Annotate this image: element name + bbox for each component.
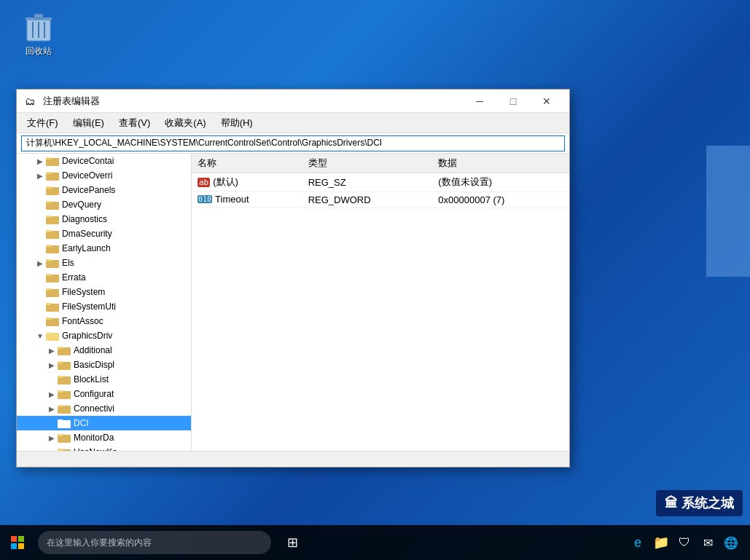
svg-rect-20 bbox=[46, 245, 51, 247]
tree-label: FileSystemUti bbox=[62, 301, 116, 312]
svg-rect-14 bbox=[46, 201, 51, 203]
tree-item-blocklist[interactable]: BlockList bbox=[17, 372, 191, 387]
task-view-button[interactable]: ⊞ bbox=[277, 527, 308, 558]
minimize-button[interactable]: ─ bbox=[463, 90, 496, 113]
svg-rect-16 bbox=[46, 216, 51, 218]
menu-help[interactable]: 帮助(H) bbox=[214, 114, 260, 133]
expand-icon[interactable] bbox=[34, 286, 46, 298]
expand-icon[interactable] bbox=[34, 257, 46, 269]
tree-label: DeviceOverri bbox=[62, 170, 112, 181]
search-placeholder: 在这里输入你要搜索的内容 bbox=[47, 537, 152, 549]
tree-item-els[interactable]: Els bbox=[17, 256, 191, 270]
expand-icon[interactable] bbox=[34, 184, 46, 196]
recycle-bin-icon[interactable]: 回收站 bbox=[13, 13, 64, 58]
svg-rect-51 bbox=[11, 543, 17, 549]
tree-item-dci[interactable]: DCI bbox=[17, 416, 191, 430]
tree-item-dmasecurity[interactable]: DmaSecurity bbox=[17, 226, 191, 241]
registry-tree[interactable]: DeviceContai DeviceOverri DevicePanels D… bbox=[17, 154, 192, 451]
reg-type-icon-bin: 010 bbox=[198, 195, 212, 203]
expand-icon[interactable] bbox=[34, 330, 46, 342]
window-icon: 🗂 bbox=[23, 94, 37, 109]
tree-item-configurat[interactable]: Configurat bbox=[17, 387, 191, 401]
address-bar bbox=[17, 133, 569, 154]
tree-label: EarlyLaunch bbox=[62, 243, 111, 253]
table-row[interactable]: ab (默认) REG_SZ (数值未设置) bbox=[192, 173, 569, 192]
svg-rect-2 bbox=[34, 14, 43, 18]
watermark-text: 🏛 系统之城 bbox=[665, 496, 734, 510]
expand-icon[interactable] bbox=[34, 228, 46, 240]
row-name-timeout[interactable]: 010 Timeout bbox=[192, 192, 302, 208]
row-data-default: (数值未设置) bbox=[432, 173, 569, 192]
svg-rect-32 bbox=[46, 332, 51, 334]
side-decoration bbox=[706, 146, 750, 277]
tree-label: GraphicsDriv bbox=[62, 331, 112, 341]
tree-item-diagnostics[interactable]: Diagnostics bbox=[17, 212, 191, 226]
tree-item-basicdispl[interactable]: BasicDispl bbox=[17, 358, 191, 372]
menu-view[interactable]: 查看(V) bbox=[112, 114, 157, 133]
tree-item-connectivi[interactable]: Connectivi bbox=[17, 401, 191, 416]
expand-icon[interactable] bbox=[34, 170, 46, 181]
svg-rect-42 bbox=[58, 405, 63, 407]
expand-icon[interactable] bbox=[34, 242, 46, 254]
expand-icon[interactable] bbox=[34, 213, 46, 225]
network-icon[interactable]: 🌐 bbox=[724, 535, 738, 550]
expand-icon[interactable] bbox=[34, 155, 46, 167]
tree-item-errata[interactable]: Errata bbox=[17, 270, 191, 285]
svg-rect-34 bbox=[58, 347, 63, 349]
menu-favorites[interactable]: 收藏夹(A) bbox=[157, 114, 213, 133]
menu-file[interactable]: 文件(F) bbox=[20, 114, 66, 133]
tree-item-devquery[interactable]: DevQuery bbox=[17, 197, 191, 212]
start-button[interactable] bbox=[0, 525, 35, 560]
taskbar-search[interactable]: 在这里输入你要搜索的内容 bbox=[38, 531, 271, 554]
tree-label: Els bbox=[62, 258, 74, 268]
table-row[interactable]: 010 Timeout REG_DWORD 0x00000007 (7) bbox=[192, 192, 569, 208]
expand-icon[interactable] bbox=[34, 315, 46, 327]
svg-rect-50 bbox=[18, 536, 24, 542]
tree-item-deviceoverri[interactable]: DeviceOverri bbox=[17, 168, 191, 183]
menu-bar: 文件(F) 编辑(E) 查看(V) 收藏夹(A) 帮助(H) bbox=[17, 113, 569, 133]
tree-label: BasicDispl bbox=[74, 360, 114, 370]
row-name-default[interactable]: ab (默认) bbox=[192, 173, 302, 192]
svg-rect-30 bbox=[46, 318, 51, 320]
tree-label: FileSystem bbox=[62, 287, 105, 297]
maximize-button[interactable]: □ bbox=[496, 90, 530, 113]
svg-rect-44 bbox=[58, 419, 63, 422]
expand-icon[interactable] bbox=[46, 388, 58, 400]
tree-item-earlylaunch[interactable]: EarlyLaunch bbox=[17, 241, 191, 256]
mail-icon[interactable]: ✉ bbox=[700, 535, 715, 550]
tree-item-devicecontai[interactable]: DeviceContai bbox=[17, 154, 191, 168]
tree-item-additional[interactable]: Additional bbox=[17, 343, 191, 358]
col-type-header: 类型 bbox=[302, 154, 433, 173]
reg-type-icon-ab: ab bbox=[198, 178, 210, 187]
expand-icon[interactable] bbox=[34, 272, 46, 283]
row-name-value: Timeout bbox=[215, 194, 249, 205]
tree-item-graphicsdriv[interactable]: GraphicsDriv bbox=[17, 328, 191, 343]
expand-icon[interactable] bbox=[46, 374, 58, 385]
tree-item-monitorda[interactable]: MonitorDa bbox=[17, 430, 191, 445]
tree-label: FontAssoc bbox=[62, 316, 103, 326]
window-title: 注册表编辑器 bbox=[43, 95, 463, 108]
tree-item-devicepanels[interactable]: DevicePanels bbox=[17, 183, 191, 197]
shield-icon[interactable]: 🛡 bbox=[677, 535, 692, 550]
tree-label: BlockList bbox=[74, 374, 109, 384]
tree-item-filesystemuti[interactable]: FileSystemUti bbox=[17, 299, 191, 314]
tree-item-filesystem[interactable]: FileSystem bbox=[17, 285, 191, 299]
expand-icon[interactable] bbox=[34, 301, 46, 312]
edge-icon[interactable]: e bbox=[630, 535, 645, 550]
tree-label: DevQuery bbox=[62, 200, 101, 210]
address-input[interactable] bbox=[21, 135, 565, 151]
expand-icon[interactable] bbox=[46, 403, 58, 414]
expand-icon[interactable] bbox=[34, 199, 46, 210]
row-type-default: REG_SZ bbox=[302, 173, 433, 192]
expand-icon[interactable] bbox=[46, 344, 58, 356]
expand-icon[interactable] bbox=[46, 432, 58, 443]
tree-item-usenewke[interactable]: UseNewKe bbox=[17, 445, 191, 451]
expand-icon[interactable] bbox=[46, 359, 58, 371]
tree-item-fontassoc[interactable]: FontAssoc bbox=[17, 314, 191, 328]
close-button[interactable]: ✕ bbox=[530, 90, 563, 113]
expand-icon[interactable] bbox=[46, 417, 58, 429]
explorer-icon[interactable]: 📁 bbox=[654, 535, 668, 550]
menu-edit[interactable]: 编辑(E) bbox=[66, 114, 112, 133]
taskbar: 在这里输入你要搜索的内容 ⊞ e 📁 🛡 ✉ 🌐 bbox=[0, 525, 750, 560]
svg-rect-22 bbox=[46, 259, 51, 261]
